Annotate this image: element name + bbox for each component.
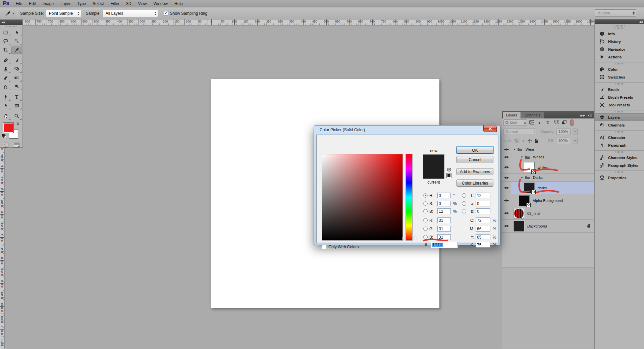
shape-tool[interactable] — [11, 101, 22, 110]
radio-B[interactable] — [423, 235, 428, 239]
dock-item-character-styles[interactable]: ACharacter Styles — [595, 154, 644, 161]
radio-S[interactable] — [423, 201, 428, 206]
expand-triangle-icon[interactable]: ▼ — [521, 156, 523, 159]
hue-slider-left-arrow[interactable] — [402, 237, 405, 240]
panel-gripper[interactable] — [6, 26, 16, 27]
input-M[interactable]: 66 — [476, 226, 490, 232]
collapse-dock-icon[interactable]: ◀◀ — [595, 19, 644, 24]
filter-kind-select[interactable]: Kind — [503, 119, 527, 126]
fill-value[interactable]: 100% — [556, 138, 570, 144]
layer-row-whites[interactable]: whites — [502, 161, 594, 174]
pixel-layer-filter-icon[interactable] — [529, 120, 535, 126]
dock-item-info[interactable]: iInfo — [595, 30, 644, 38]
layer-thumbnail[interactable] — [524, 162, 535, 173]
visibility-toggle[interactable] — [502, 174, 511, 181]
tab-channels[interactable]: Channels — [521, 112, 543, 118]
dock-item-channels[interactable]: Channels — [595, 121, 644, 129]
dock-item-tool-presets[interactable]: Tool Presets — [595, 101, 644, 109]
radio-G[interactable] — [423, 227, 428, 231]
dock-item-actions[interactable]: Actions — [595, 53, 644, 61]
radio-a[interactable] — [462, 201, 466, 206]
menu-item-type[interactable]: Type — [74, 0, 89, 7]
magic-wand-tool[interactable] — [11, 37, 22, 46]
ok-button[interactable]: OK — [457, 147, 493, 154]
input-H[interactable]: 0 — [437, 193, 451, 198]
menu-item-file[interactable]: File — [12, 0, 25, 7]
gradient-tool[interactable] — [11, 73, 22, 82]
cancel-button[interactable]: Cancel — [457, 156, 493, 163]
brush-tool[interactable] — [11, 56, 22, 65]
menu-item-select[interactable]: Select — [89, 0, 107, 7]
smart-object-filter-icon[interactable] — [561, 120, 567, 126]
layer-row-darks[interactable]: darks — [502, 182, 594, 194]
history-brush-tool[interactable] — [11, 65, 22, 73]
menu-item-view[interactable]: View — [135, 0, 150, 7]
layer-thumbnail[interactable] — [514, 221, 524, 232]
lock-paint-icon[interactable] — [521, 139, 525, 143]
smudge-tool[interactable] — [0, 82, 11, 91]
dock-group-gripper[interactable] — [615, 83, 624, 85]
menu-item-edit[interactable]: Edit — [25, 0, 39, 7]
lock-transparency-icon[interactable] — [515, 139, 519, 143]
radio-L[interactable] — [462, 193, 466, 198]
menu-item-filter[interactable]: Filter — [107, 0, 123, 7]
lock-all-icon[interactable] — [534, 139, 538, 143]
crop-tool[interactable] — [0, 46, 11, 54]
input-B[interactable]: 31 — [437, 234, 451, 240]
lasso-tool[interactable] — [0, 37, 11, 46]
swap-colors-icon[interactable]: ⇅ — [16, 122, 19, 126]
group-row-whites[interactable]: ▼Whites — [502, 153, 594, 161]
dock-gripper[interactable] — [614, 25, 625, 27]
input-a[interactable]: 0 — [476, 201, 490, 206]
expand-triangle-icon[interactable]: ▼ — [513, 148, 516, 151]
hue-slider[interactable] — [406, 154, 413, 241]
group-row-darks[interactable]: ▼Darks — [502, 174, 594, 182]
eraser-tool[interactable] — [0, 73, 11, 82]
web-safe-color-swatch[interactable] — [446, 173, 451, 178]
input-L[interactable]: 12 — [476, 193, 490, 198]
dock-item-swatches[interactable]: Swatches — [595, 73, 644, 81]
input-B[interactable]: 12 — [437, 208, 451, 214]
sample-size-select[interactable]: Point Sample — [46, 10, 81, 17]
add-to-swatches-button[interactable]: Add to Swatches — [457, 168, 493, 175]
quick-mask-button[interactable] — [3, 143, 8, 148]
adjustment-layer-filter-icon[interactable]: ◐ — [537, 120, 543, 125]
default-colors-icon[interactable] — [2, 134, 6, 138]
dock-item-navigator[interactable]: Navigator — [595, 45, 644, 53]
hex-input[interactable]: 1f1f1f — [431, 242, 458, 248]
dodge-tool[interactable] — [11, 82, 22, 91]
input-R[interactable]: 31 — [437, 217, 451, 223]
visibility-toggle[interactable] — [502, 220, 511, 232]
visibility-toggle[interactable] — [502, 182, 511, 194]
filter-toggle-switch[interactable] — [570, 119, 574, 126]
color-libraries-button[interactable]: Color Libraries — [457, 180, 493, 187]
dock-item-color[interactable]: Color — [595, 65, 644, 73]
dock-group-gripper[interactable] — [615, 151, 624, 153]
visibility-toggle[interactable] — [502, 161, 511, 173]
expand-triangle-icon[interactable]: ▼ — [521, 176, 523, 179]
pen-tool[interactable] — [0, 93, 11, 101]
menu-item-window[interactable]: Window — [150, 0, 171, 7]
type-layer-filter-icon[interactable]: T — [545, 120, 551, 125]
layer-thumbnail[interactable] — [524, 183, 535, 193]
clone-stamp-tool[interactable] — [0, 65, 11, 73]
radio-B[interactable] — [423, 209, 428, 213]
dock-item-character[interactable]: ACharacter — [595, 134, 644, 141]
panel-menu-icon[interactable]: ▾☰ — [588, 114, 592, 117]
dock-item-history[interactable]: History — [595, 38, 644, 45]
zoom-tool[interactable] — [11, 112, 22, 120]
layer-row-09_final[interactable]: 09_final — [502, 207, 594, 220]
type-tool[interactable]: T — [11, 93, 22, 101]
input-G[interactable]: 31 — [437, 226, 451, 232]
shape-layer-filter-icon[interactable] — [553, 120, 559, 125]
dock-item-brush-presets[interactable]: Brush Presets — [595, 93, 644, 101]
dock-item-layers[interactable]: Layers — [595, 113, 644, 121]
dock-item-brush[interactable]: Brush — [595, 86, 644, 93]
move-tool[interactable] — [11, 28, 22, 37]
eyedropper-icon[interactable] — [5, 10, 14, 17]
eyedropper-tool[interactable] — [11, 46, 22, 54]
layer-thumbnail[interactable] — [519, 195, 530, 206]
only-web-colors-checkbox[interactable] — [322, 245, 326, 249]
dock-group-gripper[interactable] — [615, 111, 624, 112]
dock-group-gripper[interactable] — [615, 171, 624, 173]
